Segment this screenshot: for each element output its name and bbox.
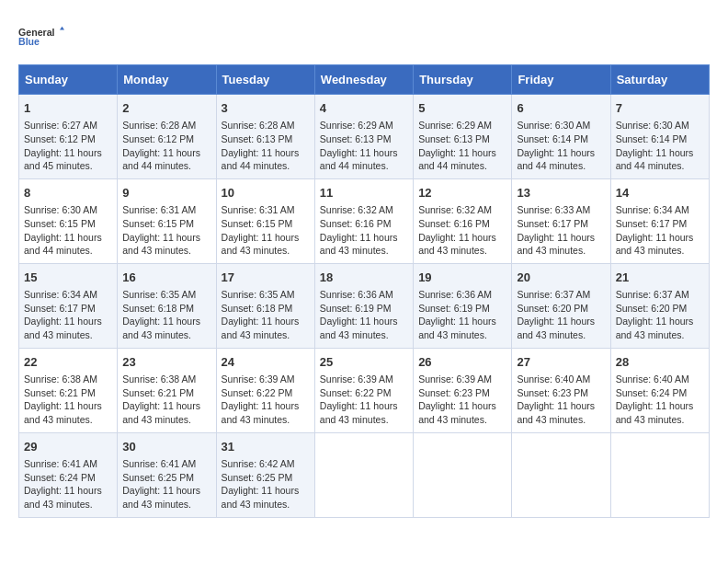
calendar-cell: 4Sunrise: 6:29 AMSunset: 6:13 PMDaylight…: [314, 95, 413, 179]
day-number: 12: [418, 185, 506, 201]
calendar-cell: 16Sunrise: 6:35 AMSunset: 6:18 PMDayligh…: [118, 263, 216, 348]
calendar-cell: 13Sunrise: 6:33 AMSunset: 6:17 PMDayligh…: [512, 178, 610, 263]
daylight-label: Daylight: 11 hours and 43 minutes.: [122, 232, 200, 257]
day-number: 28: [616, 354, 704, 371]
daylight-label: Daylight: 11 hours and 44 minutes.: [320, 147, 398, 172]
daylight-label: Daylight: 11 hours and 44 minutes.: [122, 147, 200, 172]
sunrise-label: Sunrise: 6:29 AM: [418, 120, 492, 131]
svg-text:Blue: Blue: [18, 36, 40, 47]
day-number: 15: [24, 270, 112, 286]
sunrise-label: Sunrise: 6:41 AM: [122, 458, 196, 469]
sunrise-label: Sunrise: 6:35 AM: [222, 289, 295, 300]
daylight-label: Daylight: 11 hours and 43 minutes.: [24, 316, 102, 340]
calendar-cell: 7Sunrise: 6:30 AMSunset: 6:14 PMDaylight…: [610, 95, 709, 179]
sunset-label: Sunset: 6:21 PM: [24, 387, 96, 398]
sunset-label: Sunset: 6:12 PM: [24, 133, 96, 144]
sunset-label: Sunset: 6:25 PM: [222, 472, 293, 483]
calendar-cell: 12Sunrise: 6:32 AMSunset: 6:16 PMDayligh…: [414, 178, 512, 263]
calendar-cell: 31Sunrise: 6:42 AMSunset: 6:25 PMDayligh…: [216, 432, 314, 517]
sunrise-label: Sunrise: 6:41 AM: [24, 458, 97, 469]
daylight-label: Daylight: 11 hours and 44 minutes.: [517, 147, 595, 172]
sunset-label: Sunset: 6:13 PM: [320, 133, 392, 144]
day-number: 27: [517, 354, 605, 371]
daylight-label: Daylight: 11 hours and 43 minutes.: [418, 316, 496, 340]
sunset-label: Sunset: 6:17 PM: [616, 218, 688, 229]
day-number: 8: [24, 185, 112, 201]
week-row-3: 15Sunrise: 6:34 AMSunset: 6:17 PMDayligh…: [19, 263, 710, 348]
header-row: SundayMondayTuesdayWednesdayThursdayFrid…: [19, 65, 710, 95]
day-number: 6: [517, 100, 605, 117]
day-number: 24: [222, 354, 310, 371]
col-header-monday: Monday: [118, 65, 216, 95]
sunrise-label: Sunrise: 6:40 AM: [616, 373, 689, 385]
sunrise-label: Sunrise: 6:38 AM: [122, 373, 196, 385]
col-header-saturday: Saturday: [610, 65, 709, 95]
sunset-label: Sunset: 6:18 PM: [222, 303, 293, 314]
sunrise-label: Sunrise: 6:30 AM: [616, 120, 689, 131]
sunset-label: Sunset: 6:16 PM: [418, 218, 490, 229]
week-row-1: 1Sunrise: 6:27 AMSunset: 6:12 PMDaylight…: [19, 95, 710, 179]
calendar-cell: [610, 432, 709, 517]
sunrise-label: Sunrise: 6:34 AM: [616, 204, 689, 215]
calendar-cell: 22Sunrise: 6:38 AMSunset: 6:21 PMDayligh…: [19, 348, 118, 432]
daylight-label: Daylight: 11 hours and 44 minutes.: [418, 147, 496, 172]
sunset-label: Sunset: 6:20 PM: [517, 303, 588, 314]
day-number: 13: [517, 185, 605, 201]
calendar-cell: 9Sunrise: 6:31 AMSunset: 6:15 PMDaylight…: [118, 178, 216, 263]
calendar-cell: 5Sunrise: 6:29 AMSunset: 6:13 PMDaylight…: [414, 95, 512, 179]
day-number: 31: [222, 439, 310, 455]
week-row-5: 29Sunrise: 6:41 AMSunset: 6:24 PMDayligh…: [19, 432, 710, 517]
sunrise-label: Sunrise: 6:42 AM: [222, 458, 295, 469]
week-row-4: 22Sunrise: 6:38 AMSunset: 6:21 PMDayligh…: [19, 348, 710, 432]
sunrise-label: Sunrise: 6:31 AM: [222, 204, 295, 215]
sunset-label: Sunset: 6:23 PM: [517, 387, 588, 398]
sunset-label: Sunset: 6:12 PM: [122, 133, 194, 144]
day-number: 16: [122, 270, 210, 286]
calendar-cell: [414, 432, 512, 517]
daylight-label: Daylight: 11 hours and 44 minutes.: [616, 147, 694, 172]
day-number: 9: [122, 185, 210, 201]
daylight-label: Daylight: 11 hours and 43 minutes.: [616, 316, 694, 340]
sunset-label: Sunset: 6:23 PM: [418, 387, 490, 398]
calendar-cell: 20Sunrise: 6:37 AMSunset: 6:20 PMDayligh…: [512, 263, 610, 348]
page-header: General Blue: [18, 18, 710, 55]
sunrise-label: Sunrise: 6:37 AM: [616, 289, 689, 300]
calendar-cell: 21Sunrise: 6:37 AMSunset: 6:20 PMDayligh…: [610, 263, 709, 348]
col-header-thursday: Thursday: [414, 65, 512, 95]
daylight-label: Daylight: 11 hours and 45 minutes.: [24, 147, 102, 172]
daylight-label: Daylight: 11 hours and 43 minutes.: [122, 316, 200, 340]
calendar-cell: 6Sunrise: 6:30 AMSunset: 6:14 PMDaylight…: [512, 95, 610, 179]
calendar-cell: [314, 432, 413, 517]
daylight-label: Daylight: 11 hours and 43 minutes.: [222, 316, 300, 340]
sunrise-label: Sunrise: 6:30 AM: [24, 204, 97, 215]
day-number: 17: [222, 270, 310, 286]
sunrise-label: Sunrise: 6:29 AM: [320, 120, 393, 131]
daylight-label: Daylight: 11 hours and 43 minutes.: [418, 400, 496, 425]
logo: General Blue: [18, 18, 64, 55]
day-number: 21: [616, 270, 704, 286]
daylight-label: Daylight: 11 hours and 43 minutes.: [517, 232, 595, 257]
col-header-wednesday: Wednesday: [314, 65, 413, 95]
sunset-label: Sunset: 6:24 PM: [616, 387, 688, 398]
calendar-cell: 11Sunrise: 6:32 AMSunset: 6:16 PMDayligh…: [314, 178, 413, 263]
week-row-2: 8Sunrise: 6:30 AMSunset: 6:15 PMDaylight…: [19, 178, 710, 263]
day-number: 10: [222, 185, 310, 201]
sunrise-label: Sunrise: 6:38 AM: [24, 373, 97, 385]
sunset-label: Sunset: 6:19 PM: [320, 303, 392, 314]
sunset-label: Sunset: 6:22 PM: [222, 387, 293, 398]
daylight-label: Daylight: 11 hours and 44 minutes.: [24, 232, 102, 257]
sunset-label: Sunset: 6:15 PM: [222, 218, 293, 229]
day-number: 29: [24, 439, 112, 455]
daylight-label: Daylight: 11 hours and 43 minutes.: [222, 485, 300, 510]
daylight-label: Daylight: 11 hours and 43 minutes.: [24, 400, 102, 425]
daylight-label: Daylight: 11 hours and 43 minutes.: [616, 232, 694, 257]
daylight-label: Daylight: 11 hours and 43 minutes.: [616, 400, 694, 425]
daylight-label: Daylight: 11 hours and 43 minutes.: [320, 400, 398, 425]
sunset-label: Sunset: 6:14 PM: [616, 133, 688, 144]
sunset-label: Sunset: 6:15 PM: [122, 218, 194, 229]
calendar-cell: 14Sunrise: 6:34 AMSunset: 6:17 PMDayligh…: [610, 178, 709, 263]
sunrise-label: Sunrise: 6:36 AM: [418, 289, 492, 300]
daylight-label: Daylight: 11 hours and 43 minutes.: [320, 232, 398, 257]
day-number: 3: [222, 100, 310, 117]
day-number: 4: [320, 100, 408, 117]
